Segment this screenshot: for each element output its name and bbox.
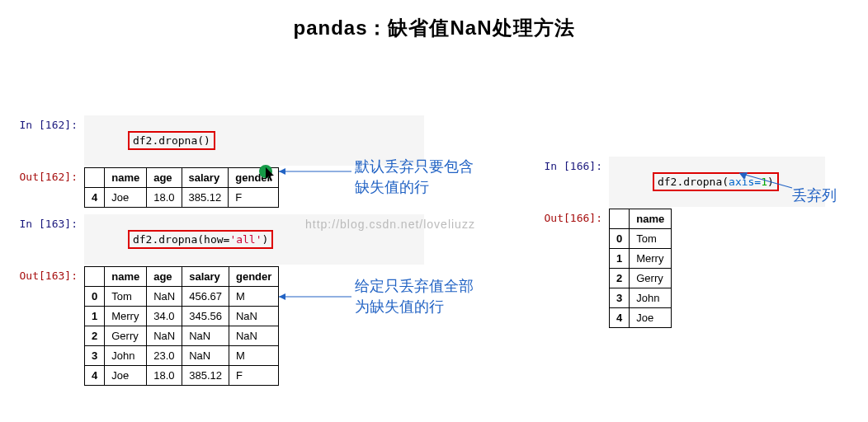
table-cell: Joe bbox=[105, 366, 147, 386]
table-162: nameagesalarygender4Joe18.0385.12F bbox=[84, 167, 279, 208]
table-cell: 345.56 bbox=[182, 307, 229, 326]
table-cell: 18.0 bbox=[147, 188, 182, 208]
table-cell: NaN bbox=[147, 287, 182, 307]
table-row: 4Joe18.0385.12F bbox=[85, 188, 279, 208]
page-title: pandas：缺省值NaN处理方法 bbox=[0, 15, 868, 41]
table-cell: Merry bbox=[105, 307, 147, 326]
output-163: nameagesalarygender0TomNaN456.67M1Merry3… bbox=[84, 266, 279, 386]
table-row: 4Joe18.0385.12F bbox=[85, 366, 279, 386]
table-cell: F bbox=[229, 366, 278, 386]
table-cell: 18.0 bbox=[147, 366, 182, 386]
table-cell: 34.0 bbox=[147, 307, 182, 326]
table-cell: NaN bbox=[229, 326, 278, 346]
table-header: name bbox=[630, 209, 672, 229]
table-header: gender bbox=[229, 267, 278, 287]
table-row: 1Merry bbox=[610, 249, 672, 269]
annotation-2: 给定只丢弃值全部 为缺失值的行 bbox=[355, 276, 474, 317]
table-cell: Joe bbox=[105, 188, 147, 208]
in-prompt-163: In [163]: bbox=[12, 214, 84, 230]
table-row: 1Merry34.0345.56NaN bbox=[85, 307, 279, 326]
in-prompt-162: In [162]: bbox=[12, 115, 84, 131]
table-row: 4Joe bbox=[610, 308, 672, 328]
table-163: nameagesalarygender0TomNaN456.67M1Merry3… bbox=[84, 266, 279, 386]
table-cell: NaN bbox=[182, 326, 229, 346]
table-cell: NaN bbox=[229, 307, 278, 326]
table-header: age bbox=[147, 267, 182, 287]
table-header: age bbox=[147, 168, 182, 188]
table-header: name bbox=[105, 168, 147, 188]
table-cell: 385.12 bbox=[182, 366, 229, 386]
table-cell: John bbox=[105, 346, 147, 366]
table-header: salary bbox=[182, 267, 229, 287]
table-header: salary bbox=[182, 168, 229, 188]
table-cell: John bbox=[630, 288, 672, 308]
table-cell: 23.0 bbox=[147, 346, 182, 366]
table-row: 2GerryNaNNaNNaN bbox=[85, 326, 279, 346]
table-cell: Tom bbox=[630, 229, 672, 249]
table-cell: Joe bbox=[630, 308, 672, 328]
code-163-highlight: df2.dropna(how='all') bbox=[128, 230, 273, 249]
watermark: http://blog.csdn.net/loveliuzz bbox=[305, 218, 475, 231]
annotation-3: 丢弃列 bbox=[792, 185, 837, 206]
code-166-highlight: df2.dropna(axis=1) bbox=[653, 172, 779, 191]
out-prompt-162: Out[162]: bbox=[12, 167, 84, 183]
table-cell: Merry bbox=[630, 249, 672, 269]
out-prompt-163: Out[163]: bbox=[12, 266, 84, 282]
table-cell: M bbox=[229, 346, 278, 366]
table-cell: NaN bbox=[182, 346, 229, 366]
cell-166: In [166]: df2.dropna(axis=1) Out[166]: n… bbox=[528, 157, 858, 330]
table-row: 2Gerry bbox=[610, 269, 672, 288]
out-prompt-166: Out[166]: bbox=[528, 209, 609, 224]
table-cell: 385.12 bbox=[182, 188, 229, 208]
table-row: 0Tom bbox=[610, 229, 672, 249]
annotation-1: 默认丢弃只要包含 缺失值的行 bbox=[355, 157, 474, 198]
table-166: name0Tom1Merry2Gerry3John4Joe bbox=[609, 209, 672, 328]
output-162: nameagesalarygender4Joe18.0385.12F bbox=[84, 167, 279, 208]
table-row: 3John bbox=[610, 288, 672, 308]
output-166: name0Tom1Merry2Gerry3John4Joe bbox=[609, 209, 672, 328]
table-header: name bbox=[105, 267, 147, 287]
table-row: 3John23.0NaNM bbox=[85, 346, 279, 366]
table-row: 0TomNaN456.67M bbox=[85, 287, 279, 307]
mouse-cursor-icon bbox=[266, 167, 276, 182]
code-162-highlight: df2.dropna() bbox=[128, 131, 215, 150]
table-cell: M bbox=[229, 287, 278, 307]
table-cell: 456.67 bbox=[182, 287, 229, 307]
in-prompt-166: In [166]: bbox=[528, 157, 609, 172]
table-cell: NaN bbox=[147, 326, 182, 346]
table-cell: Gerry bbox=[630, 269, 672, 288]
table-cell: F bbox=[229, 188, 278, 208]
table-cell: Tom bbox=[105, 287, 147, 307]
table-cell: Gerry bbox=[105, 326, 147, 346]
